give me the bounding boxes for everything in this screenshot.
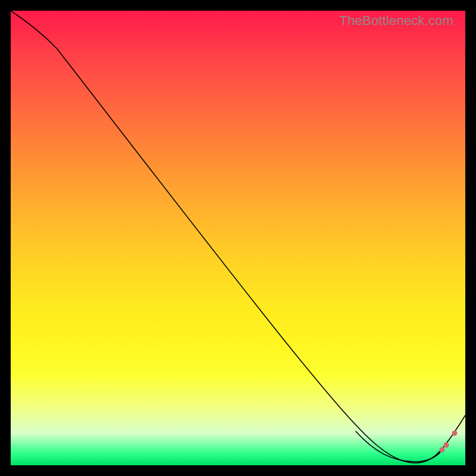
highlight-dot: [452, 431, 458, 436]
curve-layer: [11, 11, 465, 465]
main-curve: [11, 11, 465, 463]
plot-area: TheBottleneck.com: [11, 11, 465, 465]
figure-root: TheBottleneck.com: [0, 0, 476, 476]
highlight-band: [356, 431, 440, 462]
highlight-dot: [444, 443, 449, 448]
highlight-dot: [440, 447, 445, 453]
highlight-dots: [356, 431, 458, 462]
